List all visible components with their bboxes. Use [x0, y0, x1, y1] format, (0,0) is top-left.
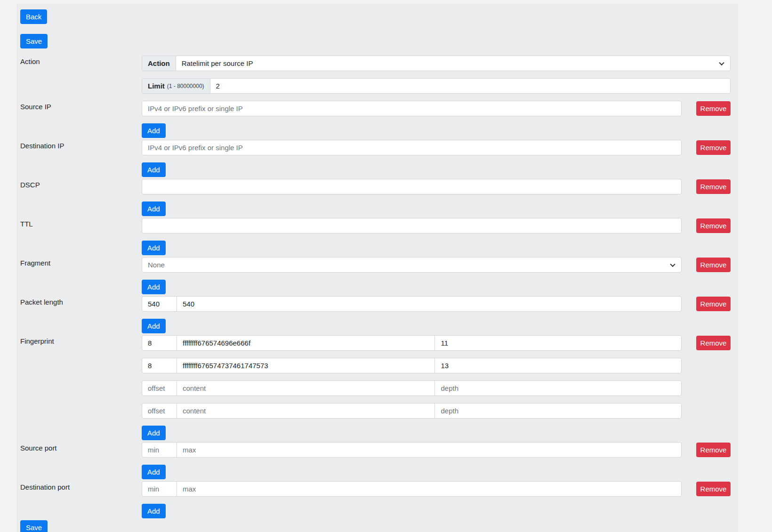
- packet-length-label: Packet length: [20, 296, 142, 306]
- limit-group-label: Limit (1 - 80000000): [142, 78, 210, 94]
- fragment-add-button[interactable]: Add: [142, 280, 166, 294]
- destination-port-add-button[interactable]: Add: [142, 504, 166, 518]
- limit-input[interactable]: [210, 78, 731, 94]
- packet-length-max-input[interactable]: [177, 296, 682, 312]
- source-port-remove-button[interactable]: Remove: [696, 443, 731, 457]
- fragment-label: Fragment: [20, 257, 142, 267]
- fragment-remove-button[interactable]: Remove: [696, 258, 731, 272]
- fingerprint-depth-input[interactable]: [434, 403, 682, 419]
- destination-ip-remove-button[interactable]: Remove: [696, 140, 731, 155]
- fingerprint-remove-button[interactable]: Remove: [696, 336, 731, 350]
- fingerprint-content-input[interactable]: [177, 335, 435, 351]
- destination-ip-add-button[interactable]: Add: [142, 162, 166, 177]
- ttl-remove-button[interactable]: Remove: [696, 218, 731, 233]
- field-dscp: DSCP Remove Add: [20, 179, 731, 218]
- packet-length-min-input[interactable]: [142, 296, 177, 312]
- field-source-ip: Source IP Remove Add: [20, 101, 731, 140]
- ttl-input[interactable]: [142, 218, 682, 234]
- field-source-port: Source port Remove Add: [20, 442, 731, 481]
- destination-ip-input[interactable]: [142, 140, 682, 155]
- source-port-label: Source port: [20, 442, 142, 452]
- dscp-input[interactable]: [142, 179, 682, 194]
- ttl-label: TTL: [20, 218, 142, 228]
- save-button-bottom[interactable]: Save: [20, 520, 48, 532]
- source-ip-add-button[interactable]: Add: [142, 123, 166, 138]
- limit-label-text: Limit: [148, 82, 165, 90]
- source-port-min-input[interactable]: [142, 442, 177, 458]
- fingerprint-depth-input[interactable]: [434, 358, 682, 373]
- source-port-max-input[interactable]: [177, 442, 682, 458]
- action-select[interactable]: Ratelimit per source IP: [176, 56, 731, 71]
- chevron-down-icon: [719, 60, 724, 65]
- field-destination-ip: Destination IP Remove Add: [20, 140, 731, 179]
- source-port-add-button[interactable]: Add: [142, 465, 166, 479]
- field-destination-port: Destination port Remove Add: [20, 481, 731, 520]
- packet-length-remove-button[interactable]: Remove: [696, 297, 731, 311]
- field-fragment: Fragment None Remove Add: [20, 257, 731, 296]
- field-action: Action Action Ratelimit per source IP Li…: [20, 56, 731, 101]
- save-button-top[interactable]: Save: [20, 34, 48, 48]
- destination-ip-label: Destination IP: [20, 140, 142, 150]
- field-ttl: TTL Remove Add: [20, 218, 731, 257]
- dscp-add-button[interactable]: Add: [142, 202, 166, 216]
- dscp-remove-button[interactable]: Remove: [696, 179, 731, 194]
- fragment-select-value: None: [148, 261, 165, 269]
- source-ip-label: Source IP: [20, 101, 142, 111]
- ttl-add-button[interactable]: Add: [142, 241, 166, 255]
- destination-port-remove-button[interactable]: Remove: [696, 482, 731, 496]
- fingerprint-content-input[interactable]: [177, 358, 435, 373]
- rule-edit-panel: Back Save Action Action Ratelimit per so…: [17, 4, 738, 532]
- source-ip-input[interactable]: [142, 101, 682, 116]
- action-select-value: Ratelimit per source IP: [182, 59, 253, 67]
- source-ip-remove-button[interactable]: Remove: [696, 101, 731, 116]
- chevron-down-icon: [670, 261, 675, 266]
- action-group-label: Action: [142, 56, 176, 71]
- dscp-label: DSCP: [20, 179, 142, 189]
- fingerprint-depth-input[interactable]: [434, 380, 682, 396]
- fingerprint-content-input[interactable]: [177, 403, 435, 419]
- fingerprint-add-button[interactable]: Add: [142, 426, 166, 440]
- fingerprint-row-2: [142, 358, 731, 373]
- fingerprint-label: Fingerprint: [20, 335, 142, 345]
- destination-port-min-input[interactable]: [142, 481, 177, 497]
- fingerprint-offset-input[interactable]: [142, 380, 177, 396]
- limit-range-note: (1 - 80000000): [167, 83, 204, 89]
- fingerprint-row-3: [142, 380, 731, 396]
- fingerprint-depth-input[interactable]: [434, 335, 682, 351]
- fingerprint-row-4: [142, 403, 731, 419]
- fingerprint-offset-input[interactable]: [142, 403, 177, 419]
- back-button[interactable]: Back: [20, 9, 47, 24]
- fingerprint-offset-input[interactable]: [142, 335, 177, 351]
- packet-length-add-button[interactable]: Add: [142, 319, 166, 333]
- fingerprint-row-1: Remove: [142, 335, 731, 351]
- fingerprint-offset-input[interactable]: [142, 358, 177, 373]
- field-fingerprint: Fingerprint Remove: [20, 335, 731, 442]
- destination-port-label: Destination port: [20, 481, 142, 491]
- action-label: Action: [20, 56, 142, 65]
- fragment-select[interactable]: None: [142, 257, 682, 273]
- fingerprint-content-input[interactable]: [177, 380, 435, 396]
- field-packet-length: Packet length Remove Add: [20, 296, 731, 335]
- destination-port-max-input[interactable]: [177, 481, 682, 497]
